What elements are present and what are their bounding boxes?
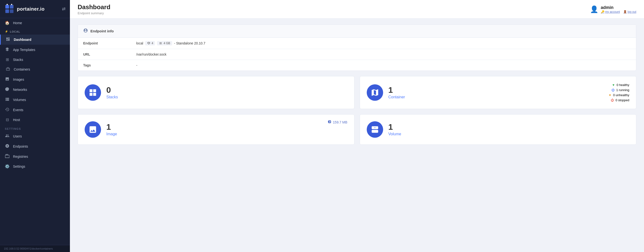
endpoint-info-card: Endpoint info Endpoint local 4	[78, 24, 636, 71]
portainer-logo-icon	[4, 4, 14, 14]
topbar: Dashboard Endpoint summary 👤 admin 🔑 my …	[70, 0, 644, 19]
tags-value: -	[131, 60, 636, 71]
dashboard-icon	[6, 37, 10, 42]
users-icon	[5, 134, 10, 139]
endpoint-info-header: Endpoint info	[78, 25, 636, 38]
images-info: 1 Image	[106, 123, 348, 136]
sidebar-item-stacks[interactable]: ⊞ Stacks	[0, 55, 70, 64]
running-count: 1 running	[616, 88, 629, 92]
user-links: 🔑 my account 🚪 log out	[601, 10, 636, 14]
page-title-block: Dashboard Endpoint summary	[78, 4, 110, 15]
sidebar-item-images[interactable]: Images	[0, 74, 70, 85]
settings-icon: ⚙️	[5, 164, 10, 169]
healthy-badge: ♥ 0 healthy	[608, 83, 629, 87]
stacks-stat-card[interactable]: 0 Stacks	[78, 76, 354, 109]
containers-stat-card[interactable]: 1 Container ♥ 0 healthy ⏻ 1 running ♥ 0 …	[360, 76, 636, 109]
my-account-link[interactable]: 🔑 my account	[601, 10, 620, 14]
unhealthy-icon: ♥	[608, 93, 612, 97]
sidebar-item-volumes[interactable]: Volumes	[0, 95, 70, 105]
settings-section-label: SETTINGS	[0, 124, 70, 131]
containers-icon	[6, 67, 10, 72]
sidebar-item-images-label: Images	[13, 78, 65, 81]
topbar-user: 👤 admin 🔑 my account 🚪 log out	[590, 5, 636, 14]
containers-icon-circle	[367, 84, 383, 101]
statusbar-url: 192.168.0.52:9000/#!/1/docker/containers	[4, 247, 53, 250]
images-count: 1	[106, 123, 348, 131]
sidebar-item-containers-label: Containers	[14, 67, 65, 71]
unhealthy-badge: ♥ 0 unhealthy	[608, 93, 629, 97]
endpoint-value-cell: local 4 4 GB - Standalone 20.10.7	[131, 38, 636, 49]
volumes-stat-card[interactable]: 1 Volume	[360, 114, 636, 145]
sidebar-item-registries[interactable]: Registries	[0, 152, 70, 162]
containers-count: 1	[388, 86, 603, 94]
sidebar-item-networks-label: Networks	[13, 88, 65, 92]
url-row: URL /var/run/docker.sock	[78, 49, 636, 60]
logo-text: portainer.io	[17, 6, 44, 12]
sidebar-logo[interactable]: portainer.io ⇄	[0, 0, 70, 18]
images-stat-card[interactable]: 1 Image 159.7 MB	[78, 114, 354, 145]
stopped-count: 0 stopped	[616, 98, 629, 102]
svg-rect-2	[5, 10, 9, 13]
sidebar-item-home[interactable]: 🏠 Home	[0, 18, 70, 28]
page-title: Dashboard	[78, 4, 110, 11]
key-icon: 🔑	[601, 10, 604, 14]
endpoint-name: local	[136, 41, 143, 45]
containers-label: Container	[388, 95, 603, 99]
sidebar-item-networks[interactable]: Networks	[0, 85, 70, 95]
sidebar: portainer.io ⇄ 🏠 Home ⚡ LOCAL Dashboard …	[0, 0, 70, 252]
svg-rect-0	[5, 5, 9, 9]
unhealthy-count: 0 unhealthy	[613, 93, 629, 97]
sidebar-item-app-templates-label: App Templates	[13, 48, 65, 52]
endpoint-row: Endpoint local 4 4 GB	[78, 38, 636, 49]
content-area: Endpoint info Endpoint local 4	[70, 19, 644, 252]
running-icon: ⏻	[612, 88, 615, 92]
sidebar-item-settings[interactable]: ⚙️ Settings	[0, 162, 70, 171]
sidebar-item-settings-label: Settings	[13, 165, 65, 168]
sidebar-item-dashboard[interactable]: Dashboard	[0, 35, 70, 45]
volumes-icon	[5, 97, 10, 102]
endpoints-icon	[5, 144, 10, 149]
stacks-icon: ⊞	[5, 57, 10, 62]
containers-info: 1 Container	[388, 86, 603, 99]
endpoint-type: - Standalone 20.10.7	[174, 41, 206, 45]
stacks-label: Stacks	[106, 95, 348, 99]
healthy-icon: ♥	[612, 83, 615, 87]
endpoint-info-title: Endpoint info	[90, 29, 114, 33]
sidebar-item-host[interactable]: ⊟ Host	[0, 115, 70, 124]
sidebar-item-volumes-label: Volumes	[13, 98, 65, 102]
sidebar-item-registries-label: Registries	[13, 155, 65, 159]
volumes-count: 1	[388, 123, 630, 131]
endpoint-value: local 4 4 GB - Standalone 20.10.7	[136, 41, 631, 45]
sidebar-item-containers[interactable]: Containers	[0, 64, 70, 74]
sidebar-item-users[interactable]: Users	[0, 131, 70, 141]
events-icon	[5, 107, 10, 112]
images-size-badge: 159.7 MB	[328, 120, 348, 124]
sidebar-item-events-label: Events	[13, 108, 65, 112]
registries-icon	[5, 154, 10, 159]
endpoint-header-icon	[83, 28, 88, 34]
sidebar-item-home-label: Home	[13, 21, 65, 25]
host-icon: ⊟	[5, 117, 10, 122]
local-section-icon: ⚡	[5, 30, 8, 33]
stopped-icon: ⏻	[611, 99, 614, 102]
stacks-info: 0 Stacks	[106, 86, 348, 99]
volumes-label: Volume	[388, 132, 630, 136]
stacks-icon-circle	[85, 84, 101, 101]
sidebar-item-events[interactable]: Events	[0, 105, 70, 115]
images-label: Image	[106, 132, 348, 136]
log-out-link[interactable]: 🚪 log out	[623, 10, 636, 14]
stacks-count: 0	[106, 86, 348, 94]
sidebar-item-endpoints[interactable]: Endpoints	[0, 141, 70, 152]
home-icon: 🏠	[5, 21, 10, 25]
images-icon	[5, 77, 10, 82]
logout-icon: 🚪	[623, 10, 627, 14]
tags-label: Tags	[78, 60, 131, 71]
volumes-icon-circle	[367, 121, 383, 138]
stats-grid: 0 Stacks 1 Container ♥ 0 healthy	[78, 76, 636, 145]
endpoint-info-table: Endpoint local 4 4 GB	[78, 38, 636, 71]
sidebar-item-app-templates[interactable]: App Templates	[0, 45, 70, 55]
expand-icon[interactable]: ⇄	[62, 6, 66, 12]
local-section-label: ⚡ LOCAL	[0, 28, 70, 35]
size-chart-icon	[328, 120, 332, 124]
sidebar-item-stacks-label: Stacks	[13, 58, 65, 62]
